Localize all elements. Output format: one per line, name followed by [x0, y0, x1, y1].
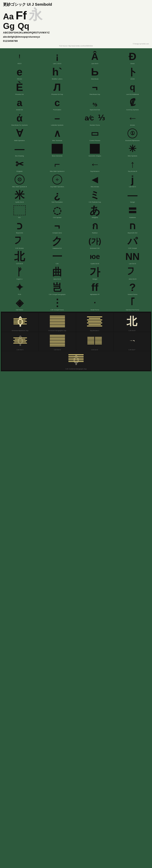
glyph-label-supmathop: Sup Math Operators	[50, 186, 64, 188]
glyph-symbol-cyrillicexta: 米	[14, 189, 25, 201]
glyph-cell-subpunct: ¿ Sub Punctuation	[38, 188, 76, 204]
glyph-label-radikun: Radikun	[92, 232, 97, 234]
sample-kanji: 永	[29, 8, 42, 22]
glyph-cell-phoneticext: È Phonetic Ext	[1, 81, 38, 96]
glyph-label-miscsymbols: Misc Symbols	[128, 155, 137, 157]
glyph-symbol-letterlike: –	[54, 112, 60, 124]
glyph-cell-cyrillicextb: юe Cyrillic Ext B	[76, 250, 114, 265]
glyph-label-jamoexta: Jamo Ext A	[53, 278, 61, 280]
sample-qq: Qq	[18, 22, 29, 30]
glyph-cell-smallforms: · Small Forms	[76, 296, 114, 311]
glyph-label-lamextc: Lam Ext C	[129, 186, 136, 188]
glyph-cell-cyrillicexta: 米 Cyrillic Ext A	[1, 188, 38, 204]
glyph-cell-pua: ✦ PUA	[1, 281, 38, 296]
bottom-section: ộ Enclosed Alphanum Sup	[1, 312, 151, 371]
glyph-symbol-suparrowsa: ←	[90, 158, 100, 170]
glyph-symbol-enclosedcjk: (가)	[89, 235, 101, 247]
glyph-symbol-cyrillicextb: юe	[90, 251, 100, 262]
glyph-cell-jamoextb: ᄀ Jamo Ext B	[114, 265, 151, 280]
glyph-symbol-phoneticext: È	[16, 81, 23, 93]
font-title: 更紗ゴシック UI J Semibold	[3, 2, 149, 7]
glyph-symbol-numberforms: a⁄c ⅓	[85, 112, 105, 124]
glyph-symbol-katakanaext: ク	[52, 235, 62, 247]
glyph-cell-modifier: h` Modifier Letters	[38, 65, 76, 81]
glyph-cell-geoshapes: Geometric Shapes	[76, 142, 114, 157]
glyph-cell-arrows: ← Arrows	[114, 111, 151, 127]
glyph-label-lamextadd: Lam Ext Additional	[126, 93, 139, 95]
glyph-symbol-cjkcompat: パ	[127, 235, 138, 247]
glyph-label-suparrowsa: Sup Arrows A	[90, 170, 99, 172]
glyph-label-compatjamo: Compat Jamo	[53, 232, 62, 234]
bottom-label-cjkextd: CJK Ext D	[54, 349, 61, 350]
glyph-symbol-halffullforms: ｢	[130, 297, 135, 309]
glyph-label-diacforsymbols: Diacriticals For Symbols	[11, 124, 28, 126]
glyph-label-kangxi: Kangxi	[130, 201, 135, 203]
glyph-label-miscmathsyma: Misc Math Symbols A	[50, 170, 64, 172]
glyph-symbol-miscarrows: ◄	[90, 174, 100, 185]
glyph-label-geoshapes: Geometric Shapes	[89, 155, 101, 157]
glyph-label-katakanaext: Katakana Ext	[53, 247, 62, 249]
glyph-label-controlpictures: Control Pictures	[90, 140, 100, 142]
glyph-label-cjk: CJK	[56, 263, 59, 265]
glyph-cell-supmathop: ÷ Sup Math Operators	[38, 173, 76, 188]
glyph-symbol-ucas: ト	[127, 66, 138, 78]
glyph-cell-cjkcompatideographs: 岂 CJK Compat Ideographs	[38, 281, 76, 296]
glyph-symbol-cjkstrokes: ᄀ	[14, 235, 25, 247]
glyph-cell-letterlike: – Letterlike Symbols	[38, 111, 76, 127]
glyph-cell-blockelements: Block Elements	[38, 142, 76, 157]
glyph-cell-enclosedcjk: (가) Enclosed CJK	[76, 235, 114, 250]
glyph-cell-kangxi: — Kangxi	[114, 188, 151, 204]
glyph-label-modifier: Modifier Letters	[52, 78, 62, 80]
glyph-cell-ucas: ト UCAS	[114, 65, 151, 81]
bottom-cell-cjkextd: CJK Ext D	[39, 332, 76, 351]
bottom-label-cjkextb: CJK Ext B	[128, 330, 135, 331]
glyph-cell-kayahli: ᚠ Kayah Li	[1, 265, 38, 280]
glyph-symbol-modifier: h`	[52, 66, 62, 78]
glyph-symbol-lamexta: Â	[91, 51, 98, 62]
glyph-label-punctuation: Punctuation	[53, 109, 61, 111]
glyph-label-lam1: Lam 1 Ext A	[53, 63, 61, 65]
glyph-label-letterlike: Letterlike Symbols	[51, 124, 63, 126]
glyph-symbol-miscsymbols: ✳	[128, 143, 136, 155]
bottom-glyph-grid: ộ Enclosed Alphanum Sup	[2, 313, 150, 370]
alphabet-upper: ABCDEFGHIJKLMNOPQRSTUVWXYZ	[3, 31, 149, 34]
glyph-symbol-suparrowsb: ↑	[130, 158, 135, 170]
glyph-cell-alphabeticpf: ff Alphabetic PF	[76, 281, 114, 296]
glyph-cell-katakanaext: ク Katakana Ext	[38, 235, 76, 250]
glyph-symbol-hangul: 가	[90, 266, 100, 278]
glyph-cell-miscmathsymb: ⊙ Misc Math Symbols B	[1, 173, 38, 188]
glyph-label-halffullforms: Half And Full Forms	[126, 309, 139, 311]
glyph-symbol-suprasub: ᵃ⁄ᵦ	[93, 97, 97, 108]
glyph-symbol-hiragana: あ	[90, 205, 100, 216]
glyph-cell-cjkstrokes: ᄀ CJK Strokes	[1, 235, 38, 250]
glyph-symbol-lamextd: NN	[125, 251, 140, 262]
glyph-label-bopomofo: Bopomofo	[16, 232, 23, 234]
glyph-symbol-currency: ₡	[129, 97, 135, 108]
glyph-label-cyrillicexta: Cyrillic Ext A	[15, 201, 24, 203]
glyph-label-mathop: Math Operators	[14, 140, 25, 142]
glyph-symbol-cjkcompatforms: ⋮	[52, 297, 62, 309]
glyph-symbol-kayahli: ᚠ	[17, 266, 23, 278]
bottom-cell-enclosedalphanamsup: ộ Enclosed Alphanum Sup	[2, 313, 38, 332]
glyph-symbol-jamoextb: ᄀ	[127, 266, 138, 278]
glyph-symbol-alphabeticpf: ff	[91, 281, 98, 293]
glyph-label-ipa: IPA Ext	[17, 78, 22, 80]
glyph-label-enclosedalphanums: Enclosed Alphanums	[125, 140, 140, 142]
glyph-cell-boxdrawing: — Box Drawing	[1, 142, 38, 157]
glyph-symbol-ipa: e	[17, 66, 23, 78]
glyph-cell-numberforms: a⁄c ⅓ Number Forms	[76, 111, 114, 127]
glyph-cell-hangul: 가 Hangul	[76, 265, 114, 280]
glyph-label-blockelements: Block Elements	[52, 155, 62, 157]
glyph-label-idc: IDC	[18, 217, 21, 219]
bottom-cell-enclosedideographic: Enclosed Ideographic Sup	[39, 313, 76, 332]
glyph-symbol-diacforsymbols: ά	[17, 112, 23, 124]
glyph-cell-halfmarks: ◈ Half Marks	[1, 296, 38, 311]
glyph-cell-enclosedalphanums: ① Enclosed Alphanums	[114, 127, 151, 142]
glyph-symbol-punctuation: c	[54, 97, 60, 108]
glyph-symbol-cjkexta: 北	[14, 251, 25, 262]
glyph-symbol-kangxi: —	[127, 189, 138, 201]
glyph-label-misctechnical: Misc Technical	[52, 140, 62, 142]
glyph-symbol-dingbats: ✂	[16, 158, 24, 170]
design-credit: © Design by fontke.com	[3, 43, 149, 45]
main-content: ! ASCII ¡ Lam 1 Ext A Â Lam Ext A Ð Gree…	[0, 48, 152, 373]
